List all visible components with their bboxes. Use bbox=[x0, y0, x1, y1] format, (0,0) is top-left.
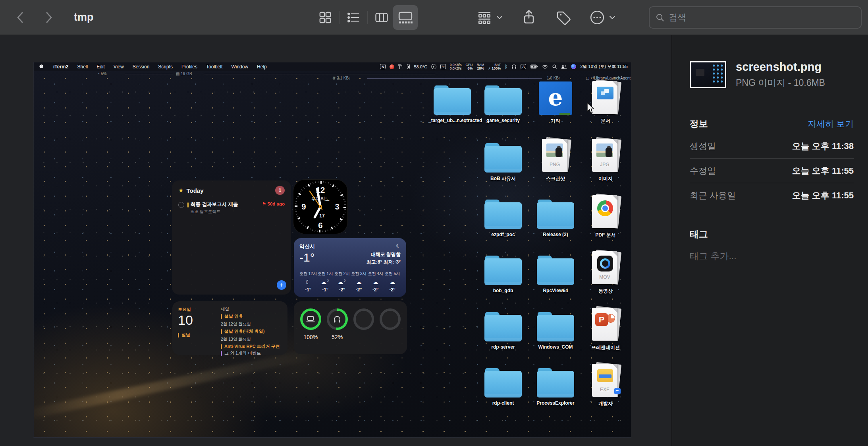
search-input[interactable] bbox=[669, 12, 855, 23]
task-checkbox-icon bbox=[178, 202, 184, 208]
laptop-icon bbox=[306, 316, 315, 323]
statusbar-cpu: ◔ 5% bbox=[97, 72, 106, 76]
desktop-item: BoB 사유서 bbox=[479, 138, 527, 182]
search-field[interactable] bbox=[649, 6, 862, 29]
thermometer-icon bbox=[407, 64, 410, 69]
tag-button[interactable] bbox=[551, 6, 575, 29]
input-source-icon: A bbox=[521, 64, 526, 69]
wifi-icon bbox=[542, 64, 548, 69]
chevron-down-icon bbox=[496, 14, 503, 21]
gallery-view-icon bbox=[396, 8, 415, 27]
list-view-button[interactable] bbox=[342, 6, 365, 29]
share-icon bbox=[520, 9, 538, 26]
column-view-button[interactable] bbox=[370, 6, 393, 29]
clock-date: 17 bbox=[319, 213, 325, 219]
iterm-statusbar: ◔ 5% ▤ 19 GB ⇵ 2.1 KB↓ 1.0 KB↑ ▢ ~/Libra… bbox=[34, 71, 631, 80]
cpu-readout: CPU 6% bbox=[465, 63, 473, 70]
forward-button[interactable] bbox=[41, 8, 57, 27]
share-button[interactable] bbox=[517, 6, 541, 29]
mov-file-icon: MOV bbox=[590, 250, 621, 285]
icon-view-button[interactable] bbox=[314, 6, 337, 29]
desktop-item: Windows_COM bbox=[532, 307, 579, 350]
alias-arrow-badge bbox=[614, 388, 621, 394]
add-tags-field[interactable]: 태그 추가... bbox=[690, 250, 854, 262]
folder-icon bbox=[484, 256, 522, 285]
window-title: tmp bbox=[74, 11, 94, 23]
today-count-badge: 1 bbox=[275, 186, 285, 195]
menu-edit: Edit bbox=[96, 64, 105, 70]
menu-help: Help bbox=[257, 64, 267, 70]
empty-battery-ring bbox=[353, 308, 374, 330]
menu-toolbelt: Toolbelt bbox=[206, 64, 222, 70]
cloud-moon-icon: ☁☽ bbox=[334, 279, 350, 286]
folder-icon bbox=[484, 368, 522, 398]
task-title: 최종 결과보고서 제출 bbox=[191, 201, 238, 208]
info-table: 생성일 오늘 오후 11:38 수정일 오늘 오후 11:55 최근 사용일 오… bbox=[690, 134, 854, 207]
folder-icon bbox=[434, 85, 471, 115]
desktop-item: MOV 동영상 bbox=[582, 251, 629, 295]
gallery-view-button[interactable] bbox=[393, 5, 418, 30]
apple-logo-icon bbox=[39, 64, 44, 70]
calendar-widget: 토요일 10 설날 내일 설날 연휴 2월 12일 월요일 설날 연휴(대체 휴… bbox=[172, 301, 287, 355]
mac-menubar: iTerm2 Shell Edit View Session Scripts P… bbox=[34, 62, 631, 71]
battery-readout: BAT ⚡ 100% bbox=[488, 63, 501, 70]
reminders-widget: ★ Today 1 최종 결과보고서 제출 BoB 팀프로젝트 ⚑ 50d ag… bbox=[172, 180, 291, 295]
more-actions-button[interactable] bbox=[585, 6, 619, 29]
menu-profiles: Profiles bbox=[181, 64, 197, 70]
headphones-icon bbox=[511, 64, 517, 69]
toolbar-actions bbox=[473, 6, 619, 29]
group-by-icon bbox=[476, 9, 493, 26]
toolbar: tmp bbox=[0, 0, 868, 35]
desktop-item: rdp-server bbox=[479, 307, 527, 350]
desktop-item: rdp-client bbox=[479, 363, 527, 406]
mouse-cursor-icon bbox=[586, 102, 595, 114]
folder-icon bbox=[537, 312, 574, 341]
calendar-day: 10 bbox=[178, 312, 221, 328]
desktop-item: e 기타 bbox=[532, 81, 579, 124]
task-subtitle: BoB 팀프로젝트 bbox=[191, 209, 238, 215]
desktop-item: ezpdf_poc bbox=[479, 195, 527, 237]
preview-thumbnail[interactable] bbox=[690, 61, 726, 88]
desktop-item: PDF 문서 bbox=[582, 195, 629, 239]
desktop-item: PNG 스크린샷 bbox=[532, 138, 579, 182]
statusbar-path: ▢ ~/Library/LaunchAgents bbox=[586, 76, 631, 80]
cloud-icon: ☁ bbox=[367, 279, 384, 286]
desktop-item: P 프레젠테이션 bbox=[582, 307, 629, 351]
desktop-item: RpcView64 bbox=[532, 251, 579, 293]
folder-icon bbox=[537, 368, 574, 398]
folder-icon bbox=[484, 143, 522, 173]
show-more-link[interactable]: 자세히 보기 bbox=[808, 118, 854, 130]
gallery-preview-area: iTerm2 Shell Edit View Session Scripts P… bbox=[0, 35, 671, 446]
tags-section-title: 태그 bbox=[690, 228, 708, 240]
folder-icon bbox=[484, 85, 522, 115]
hourly-forecast: 오전 12시☾-1° 오전 1시☁☽-1° 오전 2시☁☽-2° 오전 3시☁-… bbox=[299, 271, 401, 293]
weather-temp: -1° bbox=[299, 251, 315, 264]
column-view-icon bbox=[373, 9, 390, 26]
clock-3: 3 bbox=[335, 202, 339, 211]
statusbar-mem: ▤ 19 GB bbox=[176, 72, 192, 76]
chevron-right-icon bbox=[44, 11, 54, 24]
statusbar-netdown: ⇵ 2.1 KB↓ bbox=[332, 76, 351, 80]
menu-shell: Shell bbox=[77, 64, 88, 70]
weather-widget: 익산시 -1° ☾ 대체로 청명함 최고:8° 최저:-3° 오전 12시☾-1… bbox=[294, 238, 406, 297]
search-icon bbox=[655, 12, 665, 23]
group-by-button[interactable] bbox=[473, 6, 507, 29]
powerpoint-file-icon: P bbox=[590, 306, 621, 341]
headphones-icon bbox=[333, 315, 341, 323]
preview-image[interactable]: iTerm2 Shell Edit View Session Scripts P… bbox=[33, 62, 631, 438]
today-widget-title: Today bbox=[186, 187, 203, 194]
weather-hilo: 최고:8° 최저:-3° bbox=[366, 259, 401, 266]
file-name: screenshot.png bbox=[736, 60, 825, 74]
divider bbox=[339, 11, 339, 24]
moon-icon: ☾ bbox=[366, 243, 401, 249]
fast-user-switch-icon bbox=[561, 64, 567, 69]
desktop-item: EXE 개발자 bbox=[582, 363, 629, 407]
laptop-battery-ring bbox=[300, 308, 321, 330]
menubar-clock: 2월 10일 (토) 오후 11:55 bbox=[580, 64, 628, 70]
desktop-item: ProcessExplorer bbox=[532, 363, 579, 406]
chevron-down-icon bbox=[608, 14, 616, 21]
notion-icon: N bbox=[380, 64, 386, 69]
red-app-icon bbox=[390, 64, 394, 69]
back-button[interactable] bbox=[12, 8, 29, 27]
cloud-icon: ☁ bbox=[350, 279, 367, 286]
